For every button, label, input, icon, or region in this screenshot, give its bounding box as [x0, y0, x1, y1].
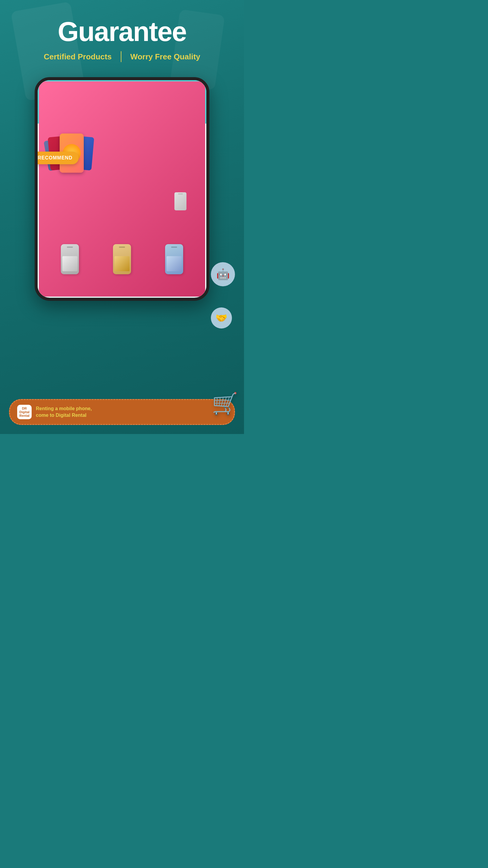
category-ipad-icon-wrap	[131, 191, 152, 212]
product-img-1	[108, 243, 135, 276]
dr-logo: DR Digital Rental	[17, 405, 32, 419]
subtitle-divider	[121, 51, 121, 62]
category-ipad[interactable]: iPad	[131, 191, 152, 218]
categories-section: Apple Android iPad	[41, 188, 203, 222]
robot-icon: 🤖	[216, 268, 230, 281]
product-phone-blue	[165, 244, 183, 274]
bottom-banner: DR Digital Rental Renting a mobile phone…	[9, 399, 235, 425]
phone-frame: 9:41 ∿ 🔍 Enter Search Conte	[35, 77, 209, 301]
product-img-0	[56, 243, 84, 276]
cart-icon: 🛒	[212, 391, 238, 416]
certified-label: Certified Products	[44, 52, 111, 61]
robot-circle: 🤖	[211, 262, 235, 286]
ipad-icon	[134, 193, 149, 210]
used-phone-icon	[174, 192, 187, 210]
bottom-banner-text: Renting a mobile phone,come to Digital R…	[36, 405, 227, 419]
floating-hand: 🤝	[211, 307, 235, 332]
app-content: 🔍 Enter Search Content Search ✓ Authenti…	[38, 92, 206, 294]
digital-rental-highlight: Digital Rental	[56, 412, 87, 418]
header-section: Guarantee Certified Products Worry Free …	[0, 0, 244, 68]
quality-label: Worry Free Quality	[130, 52, 200, 61]
hand-circle: 🤝	[211, 307, 232, 329]
hand-icon: 🤝	[216, 312, 227, 324]
floating-robot: 🤖	[211, 262, 238, 289]
product-phone-gold	[113, 244, 131, 274]
product-img-2	[161, 243, 188, 276]
header-subtitle: Certified Products Worry Free Quality	[6, 51, 238, 62]
recommend-badge: RECOMMEND	[35, 152, 78, 164]
phone-mockup-wrapper: 9:41 ∿ 🔍 Enter Search Conte	[0, 77, 244, 301]
product-phone-silver	[61, 244, 79, 274]
page-title: Guarantee	[6, 18, 238, 45]
